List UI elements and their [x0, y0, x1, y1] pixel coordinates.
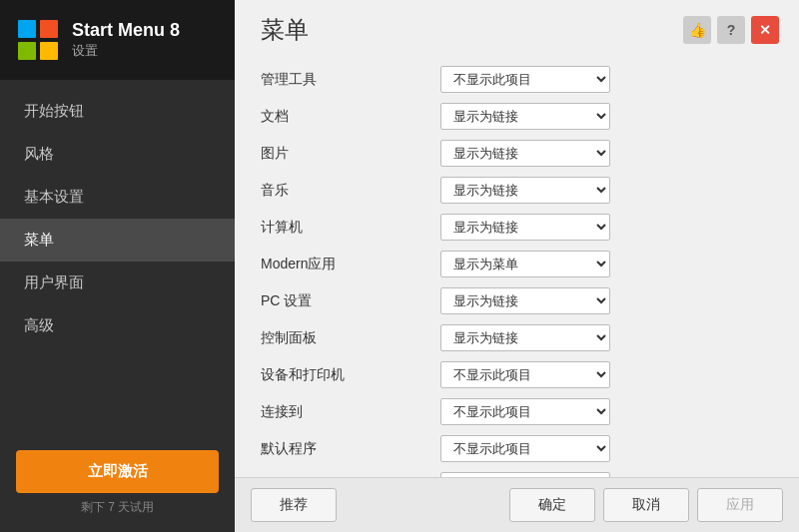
settings-row: 连接到不显示此项目显示为链接显示为菜单 [261, 398, 773, 425]
settings-row: Modern应用不显示此项目显示为链接显示为菜单 [261, 251, 773, 277]
sidebar-nav: 开始按钮风格基本设置菜单用户界面高级 [0, 80, 235, 434]
settings-select-3[interactable]: 不显示此项目显示为链接显示为菜单 [440, 177, 610, 204]
sidebar-item-用户界面[interactable]: 用户界面 [0, 262, 235, 304]
header-icons: 👍 ? ✕ [683, 16, 779, 44]
main-header: 菜单 👍 ? ✕ [235, 0, 799, 56]
settings-label: 设置 [72, 42, 180, 60]
settings-label-10: 默认程序 [261, 440, 440, 458]
sidebar-item-风格[interactable]: 风格 [0, 133, 235, 176]
apply-button[interactable]: 应用 [697, 488, 783, 522]
settings-label-5: Modern应用 [261, 256, 440, 273]
svg-rect-3 [40, 42, 58, 60]
settings-label-8: 设备和打印机 [261, 366, 440, 384]
activate-button[interactable]: 立即激活 [16, 450, 219, 493]
settings-select-0[interactable]: 不显示此项目显示为链接显示为菜单 [440, 66, 610, 93]
settings-row: 默认程序不显示此项目显示为链接显示为菜单 [261, 435, 773, 462]
cancel-button[interactable]: 取消 [603, 488, 689, 522]
settings-row: PC 设置不显示此项目显示为链接显示为菜单 [261, 287, 773, 314]
settings-select-8[interactable]: 不显示此项目显示为链接显示为菜单 [440, 361, 610, 388]
sidebar-item-菜单[interactable]: 菜单 [0, 219, 235, 262]
main-panel: 菜单 👍 ? ✕ 管理工具不显示此项目显示为链接显示为菜单文档不显示此项目显示为… [235, 0, 799, 532]
settings-label-4: 计算机 [261, 219, 440, 237]
sidebar-bottom: 立即激活 剩下 7 天试用 [0, 434, 235, 532]
settings-label-1: 文档 [261, 108, 440, 126]
svg-rect-0 [18, 20, 36, 38]
settings-select-10[interactable]: 不显示此项目显示为链接显示为菜单 [440, 435, 610, 462]
settings-select-5[interactable]: 不显示此项目显示为链接显示为菜单 [440, 251, 610, 277]
settings-select-9[interactable]: 不显示此项目显示为链接显示为菜单 [440, 398, 610, 425]
settings-label-2: 图片 [261, 145, 440, 163]
settings-row: 管理工具不显示此项目显示为链接显示为菜单 [261, 66, 773, 93]
settings-label-6: PC 设置 [261, 292, 440, 310]
ok-button[interactable]: 确定 [509, 488, 595, 522]
app-name: Start Menu 8 [72, 20, 180, 42]
settings-label-0: 管理工具 [261, 71, 440, 89]
settings-row: 音乐不显示此项目显示为链接显示为菜单 [261, 177, 773, 204]
close-button[interactable]: ✕ [751, 16, 779, 44]
settings-row: 设备和打印机不显示此项目显示为链接显示为菜单 [261, 361, 773, 388]
help-button[interactable]: ? [717, 16, 745, 44]
settings-row: 文档不显示此项目显示为链接显示为菜单 [261, 103, 773, 130]
sidebar-item-基本设置[interactable]: 基本设置 [0, 176, 235, 219]
sidebar-header: Start Menu 8 设置 [0, 0, 235, 80]
recommend-button[interactable]: 推荐 [251, 488, 337, 522]
page-title: 菜单 [261, 14, 309, 46]
settings-select-7[interactable]: 不显示此项目显示为链接显示为菜单 [440, 324, 610, 351]
settings-select-6[interactable]: 不显示此项目显示为链接显示为菜单 [440, 287, 610, 314]
trial-text: 剩下 7 天试用 [16, 499, 219, 516]
settings-select-1[interactable]: 不显示此项目显示为链接显示为菜单 [440, 103, 610, 130]
windows-logo-icon [16, 18, 60, 62]
sidebar-title-group: Start Menu 8 设置 [72, 20, 180, 60]
content-area: 管理工具不显示此项目显示为链接显示为菜单文档不显示此项目显示为链接显示为菜单图片… [235, 56, 799, 477]
like-button[interactable]: 👍 [683, 16, 711, 44]
svg-rect-2 [18, 42, 36, 60]
svg-rect-1 [40, 20, 58, 38]
settings-label-7: 控制面板 [261, 329, 440, 347]
settings-label-9: 连接到 [261, 403, 440, 421]
sidebar: Start Menu 8 设置 开始按钮风格基本设置菜单用户界面高级 立即激活 … [0, 0, 235, 532]
settings-label-3: 音乐 [261, 182, 440, 200]
settings-row: 控制面板不显示此项目显示为链接显示为菜单 [261, 324, 773, 351]
footer: 推荐 确定 取消 应用 [235, 477, 799, 532]
sidebar-item-高级[interactable]: 高级 [0, 304, 235, 347]
sidebar-item-开始按钮[interactable]: 开始按钮 [0, 90, 235, 133]
settings-row: 图片不显示此项目显示为链接显示为菜单 [261, 140, 773, 167]
settings-row: 计算机不显示此项目显示为链接显示为菜单 [261, 214, 773, 241]
settings-select-4[interactable]: 不显示此项目显示为链接显示为菜单 [440, 214, 610, 241]
settings-select-2[interactable]: 不显示此项目显示为链接显示为菜单 [440, 140, 610, 167]
